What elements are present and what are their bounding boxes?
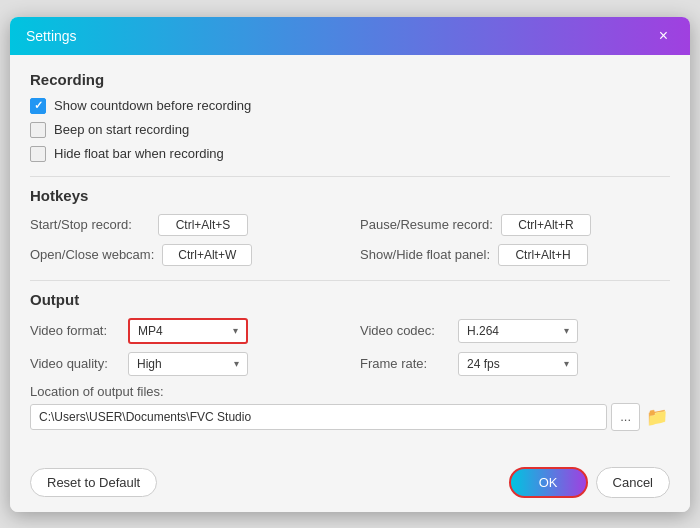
hotkey-webcam-label: Open/Close webcam:	[30, 247, 154, 262]
codec-label: Video codec:	[360, 323, 450, 338]
hotkey-row-floatpanel: Show/Hide float panel:	[360, 244, 670, 266]
framerate-label: Frame rate:	[360, 356, 450, 371]
framerate-value: 24 fps	[467, 357, 500, 371]
checkbox-row-2[interactable]: Beep on start recording	[30, 122, 670, 138]
hotkey-pauseresume-label: Pause/Resume record:	[360, 217, 493, 232]
hotkey-row-startstop: Start/Stop record:	[30, 214, 340, 236]
recording-section: Recording Show countdown before recordin…	[30, 71, 670, 162]
framerate-select[interactable]: 24 fps ▾	[458, 352, 578, 376]
checkbox-beep[interactable]	[30, 122, 46, 138]
dialog-title: Settings	[26, 28, 77, 44]
hotkey-row-pauseresume: Pause/Resume record:	[360, 214, 670, 236]
checkbox-countdown-label: Show countdown before recording	[54, 98, 251, 113]
location-row: Location of output files: ... 📁	[30, 384, 670, 431]
hotkeys-grid: Start/Stop record: Pause/Resume record: …	[30, 214, 670, 266]
checkbox-row-3[interactable]: Hide float bar when recording	[30, 146, 670, 162]
format-label: Video format:	[30, 323, 120, 338]
output-section-title: Output	[30, 291, 670, 308]
video-codec-value: H.264	[467, 324, 499, 338]
checkbox-floatbar[interactable]	[30, 146, 46, 162]
location-input[interactable]	[30, 404, 607, 430]
chevron-down-icon: ▾	[564, 325, 569, 336]
titlebar: Settings ×	[10, 17, 690, 55]
reset-to-default-button[interactable]: Reset to Default	[30, 468, 157, 497]
recording-section-title: Recording	[30, 71, 670, 88]
checkbox-floatbar-label: Hide float bar when recording	[54, 146, 224, 161]
output-section: Output Video format: MP4 ▾ Video codec: …	[30, 291, 670, 431]
hotkey-floatpanel-label: Show/Hide float panel:	[360, 247, 490, 262]
hotkey-floatpanel-input[interactable]	[498, 244, 588, 266]
output-row-codec: Video codec: H.264 ▾	[360, 318, 670, 344]
footer: Reset to Default OK Cancel	[10, 457, 690, 512]
settings-dialog: Settings × Recording Show countdown befo…	[10, 17, 690, 512]
content-area: Recording Show countdown before recordin…	[10, 55, 690, 457]
output-row-format: Video format: MP4 ▾	[30, 318, 340, 344]
output-row-framerate: Frame rate: 24 fps ▾	[360, 352, 670, 376]
action-buttons: OK Cancel	[509, 467, 670, 498]
hotkey-webcam-input[interactable]	[162, 244, 252, 266]
checkbox-countdown[interactable]	[30, 98, 46, 114]
ok-button[interactable]: OK	[509, 467, 588, 498]
hotkeys-section: Hotkeys Start/Stop record: Pause/Resume …	[30, 187, 670, 266]
video-format-select[interactable]: MP4 ▾	[128, 318, 248, 344]
output-grid: Video format: MP4 ▾ Video codec: H.264 ▾…	[30, 318, 670, 376]
folder-button[interactable]: 📁	[644, 406, 670, 428]
location-label: Location of output files:	[30, 384, 670, 399]
video-format-value: MP4	[138, 324, 163, 338]
hotkey-row-webcam: Open/Close webcam:	[30, 244, 340, 266]
browse-button[interactable]: ...	[611, 403, 640, 431]
divider-2	[30, 280, 670, 281]
chevron-down-icon: ▾	[234, 358, 239, 369]
hotkey-startstop-input[interactable]	[158, 214, 248, 236]
hotkeys-section-title: Hotkeys	[30, 187, 670, 204]
video-quality-select[interactable]: High ▾	[128, 352, 248, 376]
video-codec-select[interactable]: H.264 ▾	[458, 319, 578, 343]
quality-label: Video quality:	[30, 356, 120, 371]
chevron-down-icon: ▾	[564, 358, 569, 369]
hotkey-pauseresume-input[interactable]	[501, 214, 591, 236]
video-quality-value: High	[137, 357, 162, 371]
location-input-row: ... 📁	[30, 403, 670, 431]
cancel-button[interactable]: Cancel	[596, 467, 670, 498]
hotkey-startstop-label: Start/Stop record:	[30, 217, 150, 232]
output-row-quality: Video quality: High ▾	[30, 352, 340, 376]
chevron-down-icon: ▾	[233, 325, 238, 336]
divider-1	[30, 176, 670, 177]
checkbox-row-1[interactable]: Show countdown before recording	[30, 98, 670, 114]
checkbox-beep-label: Beep on start recording	[54, 122, 189, 137]
close-button[interactable]: ×	[653, 26, 674, 46]
